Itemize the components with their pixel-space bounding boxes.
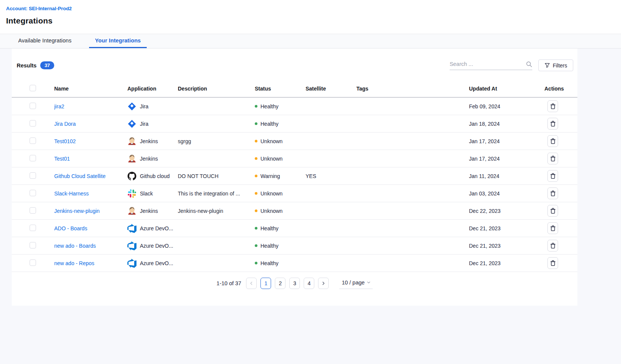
delete-button[interactable] bbox=[547, 257, 558, 269]
row-checkbox[interactable] bbox=[30, 137, 36, 144]
select-all-checkbox[interactable] bbox=[30, 85, 36, 91]
row-checkbox[interactable] bbox=[30, 225, 36, 231]
trash-icon bbox=[550, 103, 556, 109]
satellite-value: YES bbox=[306, 173, 356, 179]
next-page-button[interactable] bbox=[318, 278, 329, 289]
application-name: Jira bbox=[140, 103, 149, 109]
row-checkbox[interactable] bbox=[30, 207, 36, 214]
integration-name-link[interactable]: Test01 bbox=[54, 156, 70, 162]
filters-button[interactable]: Filters bbox=[538, 59, 573, 71]
delete-button[interactable] bbox=[547, 205, 558, 217]
pagination: 1-10 of 37 1234 10 / page bbox=[12, 277, 577, 289]
table-row: new ado - Boards Azure DevO... Healthy D… bbox=[12, 237, 577, 255]
table-row: Test0102 Jenkins sgrgg Unknown Jan 17, 2… bbox=[12, 133, 577, 150]
application-name: Azure DevO... bbox=[140, 225, 173, 231]
table-row: jira2 Jira Healthy Feb 09, 2024 bbox=[12, 98, 577, 115]
trash-icon bbox=[550, 173, 556, 179]
status-label: Unknown bbox=[260, 208, 282, 214]
jenkins-icon bbox=[127, 154, 136, 163]
column-header-application: Application bbox=[127, 86, 178, 92]
tab-available-integrations[interactable]: Available Integrations bbox=[12, 34, 78, 48]
jira-icon bbox=[127, 102, 136, 111]
integration-description: Jenkins-new-plugin bbox=[178, 208, 255, 214]
updated-at-value: Dec 22, 2023 bbox=[469, 208, 544, 214]
row-checkbox[interactable] bbox=[30, 172, 36, 179]
integration-description: sgrgg bbox=[178, 138, 255, 144]
status-label: Healthy bbox=[260, 243, 278, 249]
search-icon bbox=[526, 61, 532, 67]
delete-button[interactable] bbox=[547, 222, 558, 234]
table-row: Slack-Harness Slack This is the integrat… bbox=[12, 185, 577, 202]
updated-at-value: Jan 17, 2024 bbox=[469, 156, 544, 162]
trash-icon bbox=[550, 242, 556, 249]
account-link[interactable]: Account: SEI-Internal-Prod2 bbox=[6, 6, 72, 11]
application-name: Github cloud bbox=[140, 173, 170, 179]
status-dot bbox=[255, 227, 257, 230]
page-size-select[interactable]: 10 / page bbox=[339, 278, 372, 289]
integration-name-link[interactable]: jira2 bbox=[54, 103, 64, 109]
integration-name-link[interactable]: Github Cloud Satellite bbox=[54, 173, 105, 179]
tab-bar: Available Integrations Your Integrations bbox=[0, 34, 621, 48]
page-button-1[interactable]: 1 bbox=[260, 278, 271, 289]
updated-at-value: Dec 21, 2023 bbox=[469, 243, 544, 249]
status-label: Healthy bbox=[260, 260, 278, 266]
page-button-3[interactable]: 3 bbox=[289, 278, 300, 289]
row-checkbox[interactable] bbox=[30, 242, 36, 248]
updated-at-value: Dec 21, 2023 bbox=[469, 260, 544, 266]
trash-icon bbox=[550, 208, 556, 214]
updated-at-value: Jan 03, 2024 bbox=[469, 191, 544, 197]
integration-name-link[interactable]: Slack-Harness bbox=[54, 191, 89, 197]
application-name: Azure DevO... bbox=[140, 260, 173, 266]
azure-devops-icon bbox=[127, 224, 136, 233]
status-label: Healthy bbox=[260, 225, 278, 231]
row-checkbox[interactable] bbox=[30, 190, 36, 196]
status-dot bbox=[255, 262, 257, 264]
page-button-2[interactable]: 2 bbox=[275, 278, 285, 289]
updated-at-value: Jan 18, 2024 bbox=[469, 121, 544, 127]
integration-name-link[interactable]: Jenkins-new-plugin bbox=[54, 208, 100, 214]
row-checkbox[interactable] bbox=[30, 155, 36, 161]
page-header: Account: SEI-Internal-Prod2 Integrations bbox=[0, 0, 621, 34]
status-label: Warning bbox=[260, 173, 280, 179]
integration-name-link[interactable]: Test0102 bbox=[54, 138, 76, 144]
status-label: Unknown bbox=[260, 191, 282, 197]
delete-button[interactable] bbox=[547, 170, 558, 182]
page-range: 1-10 of 37 bbox=[216, 280, 241, 286]
integration-name-link[interactable]: ADO - Boards bbox=[54, 225, 87, 231]
row-checkbox[interactable] bbox=[30, 103, 36, 109]
row-checkbox[interactable] bbox=[30, 259, 36, 266]
prev-page-button[interactable] bbox=[246, 278, 257, 289]
integration-description: DO NOT TOUCH bbox=[178, 173, 255, 179]
status-dot bbox=[255, 157, 257, 160]
integrations-table: Name Application Description Status Sate… bbox=[12, 80, 577, 272]
application-name: Slack bbox=[140, 191, 153, 197]
column-header-satellite: Satellite bbox=[306, 86, 356, 92]
trash-icon bbox=[550, 190, 556, 197]
integration-name-link[interactable]: Jira Dora bbox=[54, 121, 76, 127]
delete-button[interactable] bbox=[547, 135, 558, 147]
delete-button[interactable] bbox=[547, 153, 558, 164]
search-box bbox=[450, 61, 532, 70]
status-dot bbox=[255, 175, 257, 177]
delete-button[interactable] bbox=[547, 240, 558, 252]
search-input[interactable] bbox=[450, 61, 526, 67]
integration-name-link[interactable]: new ado - Repos bbox=[54, 260, 94, 266]
slack-icon bbox=[127, 189, 136, 198]
delete-button[interactable] bbox=[547, 100, 558, 112]
integration-name-link[interactable]: new ado - Boards bbox=[54, 243, 96, 249]
tab-your-integrations[interactable]: Your Integrations bbox=[89, 34, 147, 48]
delete-button[interactable] bbox=[547, 187, 558, 199]
delete-button[interactable] bbox=[547, 118, 558, 130]
chevron-down-icon bbox=[367, 281, 370, 284]
status-dot bbox=[255, 244, 257, 247]
row-checkbox[interactable] bbox=[30, 120, 36, 127]
updated-at-value: Feb 09, 2024 bbox=[469, 103, 544, 109]
chevron-left-icon bbox=[249, 281, 253, 285]
page-button-4[interactable]: 4 bbox=[304, 278, 314, 289]
trash-icon bbox=[550, 155, 556, 162]
application-name: Jenkins bbox=[140, 138, 158, 144]
updated-at-value: Jan 11, 2024 bbox=[469, 173, 544, 179]
filter-funnel-icon bbox=[544, 62, 550, 68]
filters-button-label: Filters bbox=[553, 62, 567, 69]
github-icon bbox=[127, 172, 136, 181]
